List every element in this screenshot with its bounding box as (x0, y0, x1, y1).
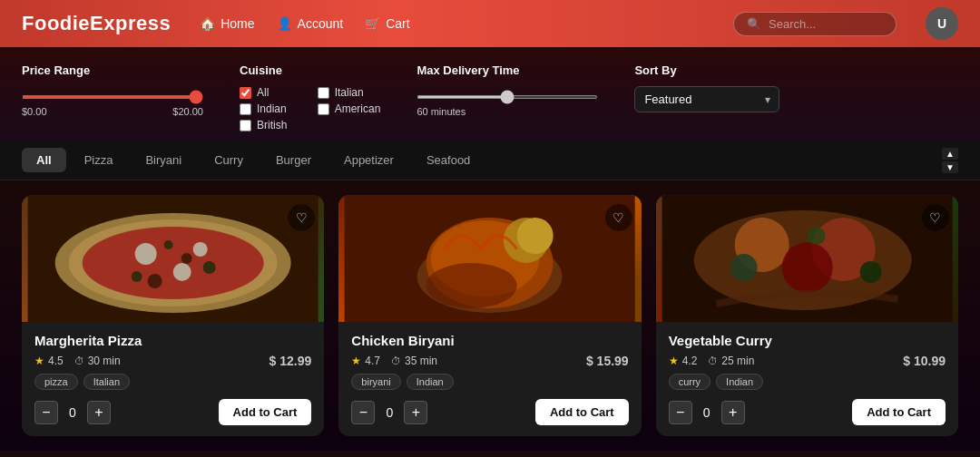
clock-icon: ⏱ (391, 355, 401, 366)
card-biryani-rating: ★ 4.7 (351, 355, 380, 367)
card-curry-minus[interactable]: − (669, 401, 692, 424)
tab-appetizer[interactable]: Appetizer (329, 148, 408, 172)
card-pizza-plus[interactable]: + (87, 401, 111, 424)
card-curry-body: Vegetable Curry ★ 4.2 ⏱ 25 min $ 10.99 c… (656, 322, 958, 436)
price-filter: Price Range $0.00 $20.00 (22, 63, 203, 117)
svg-rect-12 (28, 195, 318, 322)
tag-curry: curry (669, 374, 710, 390)
cart-icon: 🛒 (365, 16, 380, 31)
scroll-up-button[interactable]: ▲ (942, 148, 958, 160)
card-biryani-minus[interactable]: − (351, 401, 375, 424)
price-slider-container: $0.00 $20.00 (22, 86, 203, 117)
tag-biryani: biryani (351, 374, 400, 390)
card-curry: ♡ Vegetable Curry ★ 4.2 ⏱ 25 min $ 10.99… (656, 195, 958, 436)
avatar[interactable]: U (926, 7, 958, 40)
category-bar: All Pizza Biryani Curry Burger Appetizer… (0, 141, 980, 180)
star-icon: ★ (34, 355, 44, 367)
card-curry-rating: ★ 4.2 (669, 355, 698, 367)
price-label: Price Range (22, 63, 203, 77)
card-biryani-heart[interactable]: ♡ (605, 204, 632, 231)
card-curry-footer: − 0 + Add to Cart (669, 399, 946, 425)
card-biryani-tags: biryani Indian (351, 374, 628, 390)
card-curry-plus[interactable]: + (721, 401, 745, 424)
card-pizza-meta: ★ 4.5 ⏱ 30 min $ 12.99 (34, 354, 311, 368)
card-curry-add-cart[interactable]: Add to Cart (852, 399, 946, 425)
search-input[interactable] (769, 17, 883, 31)
cuisine-options: All Italian Indian American British (240, 86, 380, 131)
card-biryani: ♡ Chicken Biryani ★ 4.7 ⏱ 35 min $ 15.99… (338, 195, 641, 436)
card-pizza-tags: pizza Italian (34, 374, 311, 390)
header: FoodieExpress 🏠 Home 👤 Account 🛒 Cart 🔍 … (0, 0, 980, 47)
card-biryani-meta: ★ 4.7 ⏱ 35 min $ 15.99 (351, 354, 628, 368)
price-max: $20.00 (172, 106, 203, 117)
nav-account[interactable]: 👤 Account (277, 16, 344, 31)
cuisine-all[interactable]: All (240, 86, 303, 99)
tab-seafood[interactable]: Seafood (412, 148, 485, 172)
cuisine-british[interactable]: British (240, 119, 303, 131)
delivery-value: 60 minutes (416, 106, 598, 117)
card-biryani-add-cart[interactable]: Add to Cart (535, 399, 629, 425)
card-pizza-price: $ 12.99 (270, 354, 312, 368)
logo: FoodieExpress (22, 12, 171, 35)
sort-label: Sort By (634, 63, 779, 77)
card-pizza-rating: ★ 4.5 (34, 355, 64, 367)
tag-pizza: pizza (34, 374, 78, 390)
nav-cart[interactable]: 🛒 Cart (365, 16, 409, 31)
card-curry-heart[interactable]: ♡ (922, 204, 949, 231)
card-curry-price: $ 10.99 (903, 354, 946, 368)
tab-pizza[interactable]: Pizza (70, 148, 128, 172)
filter-area: Price Range $0.00 $20.00 Cuisine All Ita… (0, 47, 980, 141)
tab-burger[interactable]: Burger (261, 148, 326, 172)
delivery-label: Max Delivery Time (416, 63, 598, 77)
star-icon: ★ (351, 355, 361, 367)
card-curry-image (656, 195, 958, 322)
card-biryani-time: ⏱ 35 min (391, 355, 437, 367)
tab-biryani[interactable]: Biryani (131, 148, 196, 172)
delivery-slider-container: 60 minutes (416, 86, 598, 117)
card-curry-time: ⏱ 25 min (708, 355, 754, 367)
card-biryani-body: Chicken Biryani ★ 4.7 ⏱ 35 min $ 15.99 b… (338, 322, 641, 436)
search-bar: 🔍 (733, 12, 897, 36)
cuisine-filter: Cuisine All Italian Indian American Brit… (240, 63, 380, 131)
cuisine-italian[interactable]: Italian (318, 86, 381, 99)
delivery-range-input[interactable] (416, 95, 598, 99)
card-pizza-image (22, 195, 324, 322)
sort-filter: Sort By Featured Price: Low to High Pric… (634, 63, 779, 112)
cuisine-label: Cuisine (240, 63, 380, 77)
tab-curry[interactable]: Curry (200, 148, 258, 172)
card-pizza-body: Margherita Pizza ★ 4.5 ⏱ 30 min $ 12.99 … (22, 322, 324, 436)
card-pizza-minus[interactable]: − (34, 401, 58, 424)
svg-rect-20 (345, 195, 635, 322)
card-curry-qty: − 0 + (669, 401, 745, 424)
sort-select-wrapper: Featured Price: Low to High Price: High … (634, 86, 779, 112)
card-pizza-add-cart[interactable]: Add to Cart (219, 399, 312, 425)
search-icon: 🔍 (747, 17, 761, 31)
delivery-filter: Max Delivery Time 60 minutes (416, 63, 598, 117)
cuisine-indian[interactable]: Indian (240, 102, 303, 115)
tag-indian2: Indian (716, 374, 763, 390)
cards-area: ♡ Margherita Pizza ★ 4.5 ⏱ 30 min $ 12.9… (0, 180, 980, 451)
card-pizza-time: ⏱ 30 min (74, 355, 121, 367)
card-biryani-title: Chicken Biryani (351, 333, 628, 348)
card-pizza: ♡ Margherita Pizza ★ 4.5 ⏱ 30 min $ 12.9… (22, 195, 324, 436)
card-biryani-plus[interactable]: + (404, 401, 427, 424)
card-biryani-price: $ 15.99 (586, 354, 629, 368)
clock-icon: ⏱ (708, 355, 718, 366)
star-icon: ★ (669, 355, 679, 367)
tag-indian: Indian (407, 374, 454, 390)
card-curry-tags: curry Indian (669, 374, 946, 390)
nav-home[interactable]: 🏠 Home (200, 16, 254, 31)
sort-select[interactable]: Featured Price: Low to High Price: High … (634, 86, 779, 112)
cuisine-american[interactable]: American (318, 102, 381, 115)
card-pizza-qty: − 0 + (34, 401, 111, 424)
tag-italian: Italian (83, 374, 130, 390)
card-pizza-footer: − 0 + Add to Cart (34, 399, 311, 425)
price-range-input[interactable] (22, 95, 203, 99)
card-curry-meta: ★ 4.2 ⏱ 25 min $ 10.99 (669, 354, 946, 368)
tab-all[interactable]: All (22, 148, 66, 172)
card-biryani-footer: − 0 + Add to Cart (351, 399, 628, 425)
card-pizza-title: Margherita Pizza (34, 333, 311, 348)
scroll-down-button[interactable]: ▼ (942, 161, 958, 173)
account-icon: 👤 (277, 16, 292, 31)
main-nav: 🏠 Home 👤 Account 🛒 Cart (200, 16, 704, 31)
